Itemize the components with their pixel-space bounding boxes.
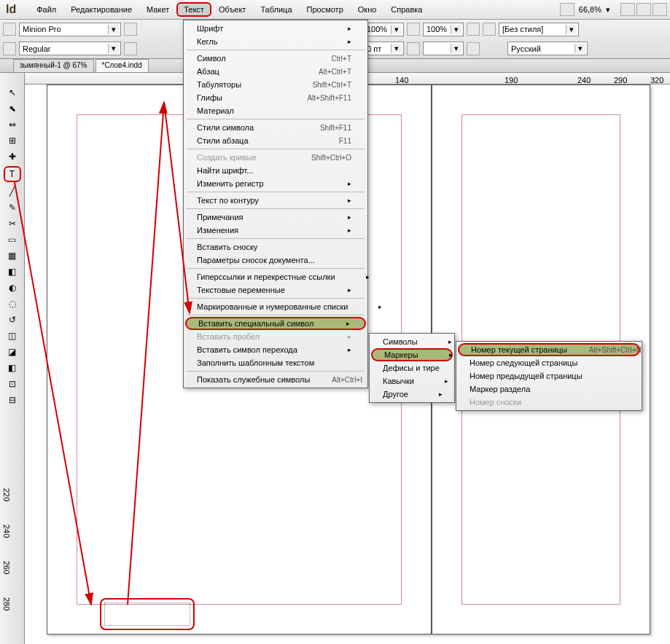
rect-frame-tool[interactable]: ▭ — [4, 233, 21, 246]
menu-item[interactable]: Гиперссылки и перекрестные ссылки — [184, 270, 367, 283]
scale-v-icon — [407, 23, 420, 36]
gap-tool[interactable]: ⊞ — [4, 134, 21, 147]
menu-item[interactable]: Материал — [184, 104, 367, 117]
menu-item[interactable]: СимволCtrl+T — [184, 52, 367, 65]
menu-item: Вставить пробел — [184, 330, 367, 343]
arrange-icon[interactable] — [636, 3, 651, 16]
para-mode-icon[interactable] — [3, 42, 16, 55]
tt-icon[interactable] — [124, 23, 137, 36]
menu-item[interactable]: Маркированные и нумерованные списки — [184, 300, 367, 313]
menu-item[interactable]: Изменения — [184, 224, 367, 237]
menu-item[interactable]: Показать служебные символыAlt+Ctrl+I — [184, 373, 367, 386]
menu-item[interactable]: Стили абзацаF11 — [184, 134, 367, 147]
content-tool[interactable]: ✚ — [4, 150, 21, 163]
leading-select[interactable]: 0 пт — [363, 42, 404, 55]
fill-stroke-icon[interactable]: ◧ — [4, 361, 21, 374]
menu-item[interactable]: Вставить сноску — [184, 240, 367, 254]
vertical-ruler[interactable]: 220 240 260 280 — [1, 466, 10, 627]
rect-tool[interactable]: ▦ — [4, 249, 21, 262]
menu-item: Создать кривыеShift+Ctrl+O — [184, 151, 367, 164]
menu-file[interactable]: Файл — [29, 2, 63, 17]
menu-item[interactable]: Текст по контуру — [184, 194, 367, 207]
menu-item[interactable]: Номер предыдущей страницы — [456, 369, 642, 382]
menu-item[interactable]: Шрифт — [184, 22, 367, 35]
pen-tool[interactable]: ✎ — [4, 201, 21, 214]
page-tool[interactable]: ⇔ — [4, 118, 21, 131]
menu-item[interactable]: Кегль — [184, 35, 367, 48]
scale-v-select[interactable]: 100% — [423, 23, 464, 36]
scissors-tool[interactable]: ◧ — [4, 265, 21, 278]
menu-item[interactable]: Номер текущей страницыAlt+Shift+Ctrl+N — [458, 343, 640, 356]
menubar: Id Файл Редактирование Макет Текст Объек… — [0, 0, 670, 20]
menu-item[interactable]: Маркеры — [371, 348, 453, 361]
menu-object[interactable]: Объект — [211, 2, 253, 17]
menu-item[interactable]: Дефисы и тире — [370, 361, 454, 374]
format-container-icon[interactable]: ⊡ — [4, 377, 21, 390]
menu-item[interactable]: Кавычки — [370, 374, 454, 388]
menu-help[interactable]: Справка — [383, 2, 429, 17]
menu-item[interactable]: Стили символаShift+F11 — [184, 121, 367, 134]
font-style-select[interactable]: Regular — [19, 42, 121, 55]
menu-item[interactable]: Символы — [370, 335, 454, 348]
char-mode-icon[interactable] — [3, 23, 16, 36]
hand-tool[interactable]: ◫ — [4, 329, 21, 342]
menu-item[interactable]: Другое — [370, 388, 454, 401]
line-tool[interactable]: ╱ — [4, 185, 21, 198]
gradient-tool[interactable]: ◌ — [4, 297, 21, 310]
type-menu: ШрифтКегльСимволCtrl+TАбзацAlt+Ctrl+TТаб… — [183, 20, 368, 388]
bridge-icon[interactable] — [560, 3, 574, 16]
menu-item[interactable]: Заполнить шаблонным текстом — [184, 356, 367, 369]
menu-type[interactable]: Текст — [176, 2, 211, 17]
menu-item[interactable]: Маркер раздела — [456, 382, 642, 396]
menu-item[interactable]: Номер следующей страницы — [456, 356, 642, 369]
font-family-select[interactable]: Minion Pro — [19, 23, 121, 36]
menu-item[interactable]: АбзацAlt+Ctrl+T — [184, 65, 367, 78]
menu-item[interactable]: Примечания — [184, 211, 367, 224]
text-frame-bounds — [104, 602, 190, 626]
text-frame[interactable] — [100, 598, 195, 630]
menu-item[interactable]: ГлифыAlt+Shift+F11 — [184, 91, 367, 104]
menu-table[interactable]: Таблица — [253, 2, 299, 17]
menu-view[interactable]: Просмотр — [300, 2, 351, 17]
markers-submenu: Номер текущей страницыAlt+Shift+Ctrl+NНо… — [456, 341, 642, 411]
scale-h-select[interactable]: 100% — [363, 23, 404, 36]
menu-layout[interactable]: Макет — [139, 2, 176, 17]
menu-item[interactable]: ТабуляторыShift+Ctrl+T — [184, 78, 367, 91]
pencil-tool[interactable]: ✂ — [4, 217, 21, 230]
zoom-area: 66,8%▾ — [560, 3, 670, 16]
menu-item: Номер сноски — [456, 396, 642, 409]
strike-icon[interactable] — [467, 42, 480, 55]
menu-window[interactable]: Окно — [351, 2, 384, 17]
type-tool[interactable]: T — [4, 166, 21, 182]
a-icon[interactable] — [483, 23, 496, 36]
zoom-tool[interactable]: ◪ — [4, 345, 21, 358]
free-transform-tool[interactable]: ◐ — [4, 281, 21, 294]
app-logo: Id — [6, 3, 16, 16]
leading-icon — [124, 42, 137, 55]
workspace-icon[interactable] — [653, 3, 667, 16]
char-style-select[interactable]: [Без стиля] — [499, 23, 579, 36]
menu-item[interactable]: Вставить специальный символ — [185, 317, 366, 330]
skew-select[interactable] — [423, 42, 464, 55]
direct-selection-tool[interactable]: ⬉ — [4, 102, 21, 115]
screen-mode-tool[interactable]: ⊟ — [4, 393, 21, 407]
lang-select[interactable]: Русский — [507, 42, 588, 55]
menu-item[interactable]: Вставить символ перехода — [184, 343, 367, 356]
t-icon[interactable] — [467, 23, 480, 36]
menu-item[interactable]: Найти шрифт... — [184, 164, 367, 177]
screen-mode-icon[interactable] — [620, 3, 635, 16]
menu-item[interactable]: Параметры сносок документа... — [184, 254, 367, 267]
menu-item[interactable]: Текстовые переменные — [184, 283, 367, 297]
zoom-value[interactable]: 66,8% — [579, 5, 601, 14]
doc-tab-1[interactable]: зымянный-1 @ 67% — [13, 59, 94, 72]
layout-icons — [615, 3, 667, 16]
skew-icon — [407, 42, 420, 55]
selection-tool[interactable]: ↖ — [4, 86, 21, 99]
eyedropper-tool[interactable]: ↺ — [4, 313, 21, 326]
menu-item[interactable]: Изменить регистр — [184, 177, 367, 190]
special-char-submenu: СимволыМаркерыДефисы и тиреКавычкиДругое — [369, 333, 455, 403]
doc-tab-2[interactable]: *Слов4.indd — [96, 59, 149, 72]
menu-edit[interactable]: Редактирование — [63, 2, 139, 17]
